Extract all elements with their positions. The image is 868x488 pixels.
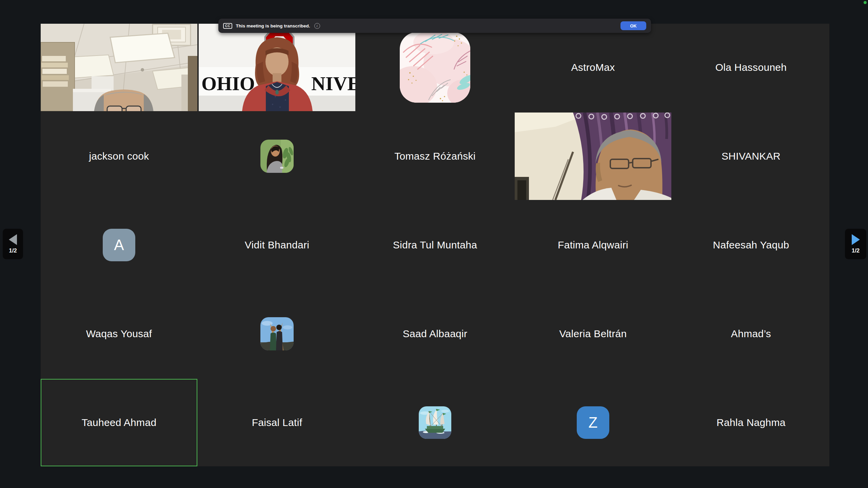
- participant-tile-ship-avatar[interactable]: [357, 379, 513, 466]
- participant-name: Ola Hassouneh: [715, 62, 787, 73]
- participant-tile-ola-hassouneh[interactable]: Ola Hassouneh: [673, 24, 829, 111]
- participant-tile-ahmads[interactable]: Ahmad’s: [673, 290, 829, 378]
- curtain-video-feed: [515, 113, 671, 200]
- participant-tile-woman-plant-avatar[interactable]: [199, 113, 355, 200]
- participant-name: AstroMax: [571, 62, 615, 73]
- participant-tile-jackson-cook[interactable]: jackson cook: [41, 113, 197, 200]
- participant-tile-letter-a[interactable]: A: [41, 201, 197, 289]
- image-avatar-pink-floral: [400, 32, 470, 103]
- letter-avatar-a: A: [103, 229, 135, 261]
- camera-status-dot: [864, 1, 867, 4]
- office-video-feed: [41, 24, 197, 111]
- participant-tile-vidit-bhandari[interactable]: Vidit Bhandari: [199, 201, 355, 289]
- page-indicator: 1/2: [852, 247, 860, 254]
- participant-tile-astromax[interactable]: AstroMax: [515, 24, 671, 111]
- info-icon[interactable]: i: [314, 23, 320, 29]
- participant-name: Rahla Naghma: [716, 417, 786, 428]
- participant-tile-waqas-yousaf[interactable]: Waqas Yousaf: [41, 290, 197, 378]
- transcription-message: This meeting is being transcribed.: [236, 23, 310, 28]
- image-avatar-ship: [419, 406, 451, 439]
- participant-name: Faisal Latif: [252, 417, 302, 428]
- participant-tile-valeria-beltran[interactable]: Valeria Beltrán: [515, 290, 671, 378]
- participant-name: Waqas Yousaf: [86, 328, 152, 340]
- participant-name: Valeria Beltrán: [559, 328, 627, 340]
- participant-name: Ahmad’s: [731, 328, 771, 340]
- participant-tile-couple-avatar[interactable]: [199, 290, 355, 378]
- participant-grid: OHIO NIVERS: [41, 24, 829, 466]
- participant-name: Sidra Tul Muntaha: [393, 239, 477, 251]
- ohio-video-feed: OHIO NIVERS: [199, 24, 355, 111]
- transcription-notification: CC This meeting is being transcribed. i …: [218, 19, 651, 33]
- participant-tile-ohio-university-camera[interactable]: OHIO NIVERS: [199, 24, 355, 111]
- ok-button[interactable]: OK: [620, 21, 646, 30]
- participant-tile-fatima-alqwairi[interactable]: Fatima Alqwairi: [515, 201, 671, 289]
- page-indicator: 1/2: [9, 247, 17, 254]
- arrow-right-icon: [852, 234, 860, 245]
- image-avatar-couple: [260, 317, 294, 350]
- participant-tile-tauheed-ahmad[interactable]: Tauheed Ahmad: [41, 379, 197, 466]
- participant-tile-shivankar[interactable]: SHIVANKAR: [673, 113, 829, 200]
- participant-tile-saad-albaaqir[interactable]: Saad Albaaqir: [357, 290, 513, 378]
- svg-text:OHIO: OHIO: [201, 73, 255, 95]
- participant-tile-letter-z[interactable]: Z: [515, 379, 671, 466]
- participant-name: Nafeesah Yaqub: [713, 239, 789, 251]
- participant-tile-purple-curtain-camera[interactable]: [515, 113, 671, 200]
- participant-tile-nafeesah-yaqub[interactable]: Nafeesah Yaqub: [673, 201, 829, 289]
- participant-tile-pink-floral-avatar[interactable]: [357, 24, 513, 111]
- participant-name: Tauheed Ahmad: [82, 417, 157, 428]
- participant-name: Fatima Alqwairi: [558, 239, 628, 251]
- closed-caption-icon: CC: [223, 23, 232, 29]
- participant-tile-faisal-latif[interactable]: Faisal Latif: [199, 379, 355, 466]
- svg-text:NIVERS: NIVERS: [311, 73, 355, 95]
- participant-tile-office-camera[interactable]: [41, 24, 197, 111]
- previous-page-button[interactable]: 1/2: [3, 229, 23, 259]
- participant-name: Vidit Bhandari: [245, 239, 309, 251]
- participant-name: SHIVANKAR: [722, 150, 781, 162]
- arrow-left-icon: [9, 234, 17, 245]
- letter-avatar-z: Z: [577, 406, 609, 439]
- participant-name: Tomasz Różański: [394, 150, 476, 162]
- participant-tile-tomasz-rozanski[interactable]: Tomasz Różański: [357, 113, 513, 200]
- next-page-button[interactable]: 1/2: [845, 229, 866, 259]
- participant-name: jackson cook: [89, 150, 149, 162]
- participant-tile-rahla-naghma[interactable]: Rahla Naghma: [673, 379, 829, 466]
- participant-tile-sidra-tul-muntaha[interactable]: Sidra Tul Muntaha: [357, 201, 513, 289]
- image-avatar-woman-plant: [260, 140, 294, 173]
- participant-name: Saad Albaaqir: [403, 328, 468, 340]
